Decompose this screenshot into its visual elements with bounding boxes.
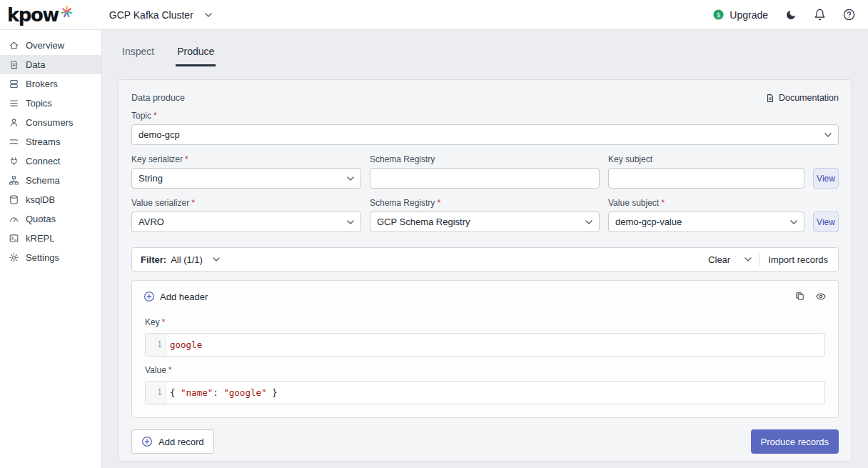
tab-produce-label: Produce bbox=[177, 46, 214, 57]
topbar: kpow GCP Kafka Cluster bbox=[0, 0, 868, 30]
cluster-selector[interactable]: GCP Kafka Cluster bbox=[109, 9, 212, 21]
key-serializer-label: Key serializer bbox=[131, 154, 183, 164]
key-subject-view-button[interactable]: View bbox=[813, 168, 839, 189]
documentation-link[interactable]: Documentation bbox=[766, 93, 839, 103]
sidebar-item-topics[interactable]: Topics bbox=[0, 94, 101, 113]
settings-gear-icon bbox=[9, 252, 19, 263]
streams-icon bbox=[9, 136, 19, 147]
sidebar-item-settings[interactable]: Settings bbox=[0, 248, 101, 267]
sidebar-item-consumers[interactable]: Consumers bbox=[0, 113, 101, 132]
field-key-serializer: Key serializer * String bbox=[131, 154, 361, 189]
key-schema-registry-label: Schema Registry bbox=[370, 154, 435, 164]
tab-bar: Inspect Produce bbox=[118, 30, 852, 66]
sidebar-item-label: kREPL bbox=[26, 233, 54, 244]
filter-value: All (1/1) bbox=[171, 254, 203, 265]
sidebar-item-brokers[interactable]: Brokers bbox=[0, 74, 101, 94]
filter-dropdown[interactable]: Filter: All (1/1) bbox=[141, 254, 220, 265]
sidebar-item-label: Settings bbox=[26, 252, 59, 263]
plus-circle-icon bbox=[143, 291, 155, 302]
field-key-subject: Key subject bbox=[608, 154, 804, 189]
key-subject-label: Key subject bbox=[608, 154, 652, 164]
value-serializer-select[interactable]: AVRO bbox=[131, 211, 361, 232]
field-value-schema-registry: Schema Registry * GCP Schema Registry bbox=[370, 198, 600, 232]
quotas-icon bbox=[9, 214, 19, 224]
required-marker: * bbox=[153, 111, 157, 121]
sidebar-item-krepl[interactable]: kREPL bbox=[0, 229, 101, 248]
divider bbox=[759, 253, 760, 266]
key-serializer-value: String bbox=[138, 173, 163, 184]
key-schema-registry-input[interactable] bbox=[370, 168, 600, 189]
sidebar-item-label: ksqlDB bbox=[26, 194, 55, 205]
svg-text:$: $ bbox=[717, 11, 721, 19]
sidebar-item-label: Topics bbox=[26, 98, 52, 109]
import-records-button[interactable]: Import records bbox=[767, 254, 829, 265]
chevron-down-icon bbox=[824, 133, 832, 137]
sidebar-item-connect[interactable]: Connect bbox=[0, 151, 101, 171]
sidebar-item-ksqldb[interactable]: ksqlDB bbox=[0, 190, 101, 209]
data-produce-panel: Data produce Documentation Topic * demo-… bbox=[118, 79, 852, 462]
kpow-logo[interactable]: kpow bbox=[7, 2, 74, 28]
value-serializer-value: AVRO bbox=[138, 216, 164, 227]
topics-icon bbox=[9, 98, 19, 109]
copy-record-icon[interactable] bbox=[794, 291, 805, 302]
clear-dropdown-chevron-icon[interactable] bbox=[745, 257, 752, 262]
schema-icon bbox=[9, 175, 19, 186]
document-icon bbox=[766, 94, 774, 103]
help-icon[interactable] bbox=[843, 9, 855, 21]
sidebar-item-label: Quotas bbox=[26, 214, 56, 224]
kpow-logo-text: kpow bbox=[7, 2, 59, 28]
theme-toggle-moon-icon[interactable] bbox=[785, 9, 797, 21]
clear-button[interactable]: Clear bbox=[707, 254, 732, 265]
add-header-button[interactable]: Add header bbox=[143, 291, 208, 302]
sidebar-item-streams[interactable]: Streams bbox=[0, 132, 101, 151]
sidebar-item-overview[interactable]: Overview bbox=[0, 36, 101, 55]
line-number-gutter: 1 bbox=[146, 382, 166, 404]
filter-label: Filter: bbox=[141, 254, 166, 265]
notifications-bell-icon[interactable] bbox=[814, 9, 826, 21]
sidebar-item-label: Streams bbox=[26, 136, 60, 147]
record-value-code: { "name": "google" } bbox=[166, 382, 824, 404]
dollar-coin-icon: $ bbox=[712, 9, 725, 21]
main-content: Inspect Produce Data produce Documentati… bbox=[102, 30, 868, 468]
sidebar-item-quotas[interactable]: Quotas bbox=[0, 209, 101, 229]
add-record-button[interactable]: Add record bbox=[131, 429, 214, 454]
key-row: Key serializer * String Schema Registry bbox=[131, 154, 839, 189]
topic-select[interactable]: demo-gcp bbox=[131, 124, 839, 145]
chevron-down-icon bbox=[585, 220, 592, 224]
sidebar-item-schema[interactable]: Schema bbox=[0, 171, 101, 190]
tab-produce[interactable]: Produce bbox=[176, 41, 216, 66]
value-subject-select[interactable]: demo-gcp-value bbox=[608, 211, 804, 232]
overview-icon bbox=[9, 40, 19, 51]
value-schema-registry-label: Schema Registry bbox=[370, 198, 435, 208]
value-subject-view-button[interactable]: View bbox=[813, 211, 839, 232]
key-subject-input[interactable] bbox=[608, 168, 804, 189]
plus-circle-icon bbox=[141, 436, 153, 447]
sidebar-item-label: Schema bbox=[26, 175, 60, 186]
produce-records-button[interactable]: Produce records bbox=[751, 429, 839, 454]
record-value-editor[interactable]: 1 { "name": "google" } bbox=[145, 381, 825, 404]
data-icon bbox=[9, 59, 19, 70]
sidebar-item-label: Connect bbox=[26, 156, 60, 166]
preview-eye-icon[interactable] bbox=[815, 291, 827, 302]
record-key-editor[interactable]: 1 google bbox=[145, 333, 825, 357]
record-key-label-row: Key * bbox=[145, 317, 827, 327]
line-number-gutter: 1 bbox=[146, 334, 166, 356]
value-schema-registry-value: GCP Schema Registry bbox=[377, 216, 470, 227]
sidebar-item-label: Consumers bbox=[26, 117, 73, 128]
upgrade-label: Upgrade bbox=[730, 9, 768, 21]
sidebar: Overview Data Brokers Topics Consumers S… bbox=[0, 30, 102, 468]
sidebar-item-label: Overview bbox=[26, 40, 64, 51]
chevron-down-icon bbox=[347, 176, 354, 181]
chevron-down-icon bbox=[213, 257, 220, 262]
record-key-code: google bbox=[166, 334, 824, 356]
value-serializer-label: Value serializer bbox=[131, 198, 189, 208]
cluster-name: GCP Kafka Cluster bbox=[109, 9, 193, 21]
upgrade-link[interactable]: $ Upgrade bbox=[712, 9, 768, 21]
topic-select-value: demo-gcp bbox=[138, 129, 180, 140]
value-schema-registry-select[interactable]: GCP Schema Registry bbox=[370, 211, 600, 232]
tab-inspect[interactable]: Inspect bbox=[121, 41, 156, 66]
sidebar-item-data[interactable]: Data bbox=[0, 55, 101, 74]
record-value-label: Value bbox=[145, 365, 166, 375]
value-subject-label: Value subject bbox=[608, 198, 659, 208]
key-serializer-select[interactable]: String bbox=[131, 168, 361, 189]
